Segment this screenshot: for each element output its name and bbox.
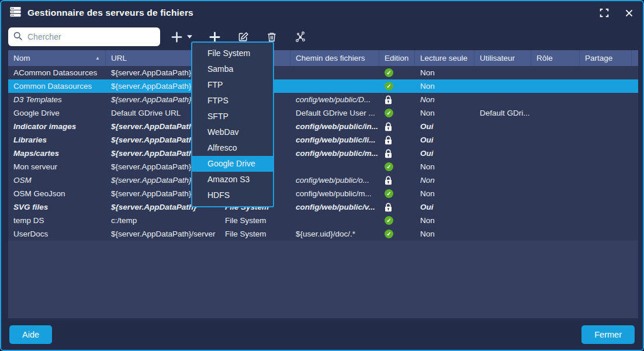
column-header-role[interactable]: Rôle xyxy=(531,50,580,66)
cell-chemin-des-fichiers: config/web/public/m... xyxy=(290,147,379,160)
window-controls xyxy=(598,7,635,19)
table-row[interactable]: Indicator images${server.AppDataPath}con… xyxy=(8,120,638,133)
column-header-nom[interactable]: Nom▲ xyxy=(8,50,106,66)
dropdown-item-amazon-s3[interactable]: Amazon S3 xyxy=(192,172,273,187)
check-circle-icon: ✓ xyxy=(385,216,393,225)
cell-url: c:/temp xyxy=(106,214,220,227)
cell-lecture-seule: Oui xyxy=(415,200,475,214)
column-header-utilisateur[interactable]: Utilisateur xyxy=(475,50,531,66)
dropdown-item-alfresco[interactable]: Alfresco xyxy=(192,140,273,156)
cell-nom: ACommon Datasources xyxy=(8,66,106,79)
cell-chemin-des-fichiers: config/web/public/v... xyxy=(290,200,379,214)
screen: Gestionnaire des serveurs de fichiers xyxy=(0,0,644,351)
cell-lecture-seule: Non xyxy=(415,106,475,120)
maximize-button[interactable] xyxy=(598,7,610,19)
column-header-partage[interactable]: Partage xyxy=(580,50,632,66)
table-row[interactable]: SVG files${server.AppDataPath}File Syste… xyxy=(8,200,638,214)
cell-lecture-seule: Non xyxy=(415,160,475,173)
cell-edition: ✓ xyxy=(379,216,415,225)
table-row[interactable]: UserDocs${server.AppDataPath}/serverFile… xyxy=(8,227,638,241)
lock-icon xyxy=(385,176,392,185)
check-circle-icon: ✓ xyxy=(385,109,393,117)
chevron-down-icon xyxy=(187,35,192,39)
table-row[interactable]: Libraries${server.AppDataPath}config/web… xyxy=(8,133,638,147)
column-header-edition[interactable]: Edition xyxy=(379,50,415,66)
cell-utilisateur: Default GDri... xyxy=(475,106,531,120)
check-circle-icon: ✓ xyxy=(385,230,393,238)
search-box xyxy=(8,27,160,46)
cell-type: File System xyxy=(220,214,290,227)
cell-nom: SVG files xyxy=(8,200,106,214)
column-label: Lecture seule xyxy=(420,54,468,62)
cell-chemin-des-fichiers: Default GDrive User ... xyxy=(290,106,379,120)
dropdown-item-ftp[interactable]: FTP xyxy=(192,77,273,93)
close-dialog-button[interactable]: Fermer xyxy=(581,325,635,344)
column-header-chemin-des-fichiers[interactable]: Chemin des fichiers xyxy=(290,50,379,66)
cell-lecture-seule: Non xyxy=(415,66,475,79)
check-circle-icon: ✓ xyxy=(385,162,393,171)
cell-type: File System xyxy=(220,227,290,241)
file-server-manager-dialog: Gestionnaire des serveurs de fichiers xyxy=(0,0,644,351)
cell-edition xyxy=(379,122,415,131)
cell-url: ${server.AppDataPath}/server xyxy=(106,227,220,241)
servers-table: Nom▲URLChemin des fichiersEditionLecture… xyxy=(8,50,638,318)
search-icon xyxy=(13,31,23,43)
lock-icon xyxy=(385,122,392,131)
column-header-filler xyxy=(632,50,638,66)
check-circle-icon: ✓ xyxy=(385,189,393,198)
column-label: Partage xyxy=(585,54,612,62)
table-row[interactable]: Google DriveDefault GDrive URLDefault GD… xyxy=(8,106,638,120)
column-label: Rôle xyxy=(536,54,553,62)
cell-nom: OSM GeoJson xyxy=(8,187,106,200)
check-circle-icon: ✓ xyxy=(385,82,393,91)
search-input[interactable] xyxy=(26,32,155,42)
lock-icon xyxy=(385,135,392,145)
cell-edition: ✓ xyxy=(379,189,415,198)
dropdown-item-google-drive[interactable]: Google Drive xyxy=(192,156,273,172)
table-row[interactable]: D3 Templates${server.AppDataPath}config/… xyxy=(8,93,638,106)
help-button[interactable]: Aide xyxy=(9,325,52,344)
cell-lecture-seule: Non xyxy=(415,214,475,227)
table-row[interactable]: Mon serveur${server.AppDataPath}✓Non xyxy=(8,160,638,173)
table-header-row: Nom▲URLChemin des fichiersEditionLecture… xyxy=(8,50,638,66)
type-dropdown: File SystemSambaFTPFTPSSFTPWebDavAlfresc… xyxy=(191,41,274,207)
column-label: Chemin des fichiers xyxy=(296,54,365,62)
lock-icon xyxy=(385,95,392,105)
cell-edition xyxy=(379,176,415,185)
cell-lecture-seule: Non xyxy=(415,79,475,93)
table-row[interactable]: Maps/cartes${server.AppDataPath}config/w… xyxy=(8,147,638,160)
cell-lecture-seule: Non xyxy=(415,173,475,187)
network-button[interactable] xyxy=(294,30,307,43)
cell-edition: ✓ xyxy=(379,109,415,117)
dropdown-item-hdfs[interactable]: HDFS xyxy=(192,187,273,203)
lock-icon xyxy=(385,203,392,212)
close-button[interactable] xyxy=(623,7,635,19)
cell-lecture-seule: Oui xyxy=(415,133,475,147)
cell-lecture-seule: Non xyxy=(415,187,475,200)
dropdown-item-webdav[interactable]: WebDav xyxy=(192,124,273,140)
cell-edition: ✓ xyxy=(379,162,415,171)
cell-chemin-des-fichiers: ${user.uid}/doc/.* xyxy=(290,227,379,241)
column-header-lecture-seule[interactable]: Lecture seule xyxy=(415,50,475,66)
toolbar xyxy=(1,25,643,49)
cell-nom: OSM xyxy=(8,173,106,187)
dialog-title: Gestionnaire des serveurs de fichiers xyxy=(27,8,193,18)
table-body: ACommon Datasources${server.AppDataPath}… xyxy=(8,66,638,241)
table-row[interactable]: Common Datasources${server.AppDataPath}✓… xyxy=(8,79,638,93)
cell-lecture-seule: Non xyxy=(415,93,475,106)
table-row[interactable]: OSM GeoJson${server.AppDataPath}config/w… xyxy=(8,187,638,200)
table-row[interactable]: temp DSc:/tempFile System✓Non xyxy=(8,214,638,227)
lock-icon xyxy=(385,149,392,158)
table-row[interactable]: OSM${server.AppDataPath}config/web/publi… xyxy=(8,173,638,187)
dropdown-item-sftp[interactable]: SFTP xyxy=(192,109,273,124)
dropdown-item-file-system[interactable]: File System xyxy=(192,46,273,61)
cell-nom: Indicator images xyxy=(8,120,106,133)
servers-icon xyxy=(9,5,22,20)
table-row[interactable]: ACommon Datasources${server.AppDataPath}… xyxy=(8,66,638,79)
dropdown-item-samba[interactable]: Samba xyxy=(192,61,273,77)
cell-chemin-des-fichiers: config/web/public/li... xyxy=(290,133,379,147)
cell-lecture-seule: Oui xyxy=(415,147,475,160)
add-with-type-button[interactable] xyxy=(171,31,192,43)
dropdown-item-ftps[interactable]: FTPS xyxy=(192,93,273,109)
cell-nom: Google Drive xyxy=(8,106,106,120)
